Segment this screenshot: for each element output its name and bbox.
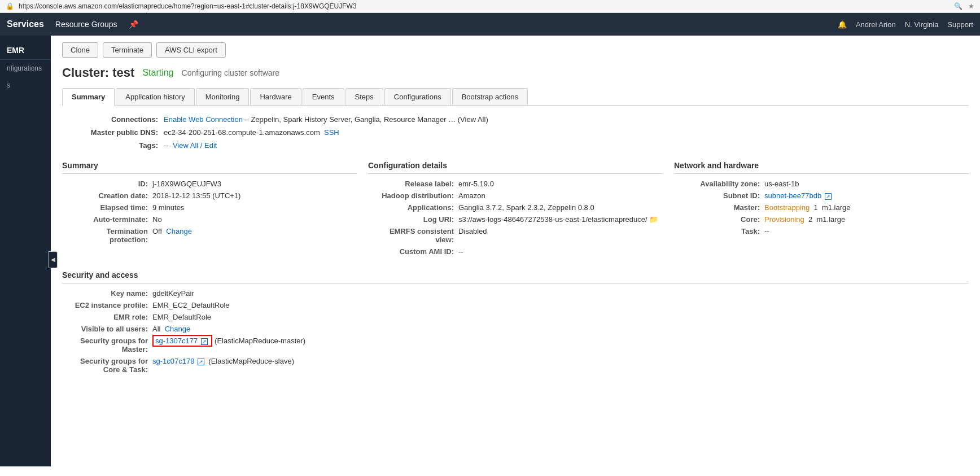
- sg-master-external-icon: ↗: [201, 338, 208, 345]
- task-hw-label: Task:: [674, 227, 764, 235]
- ssh-link[interactable]: SSH: [324, 128, 339, 137]
- termination-change-link[interactable]: Change: [166, 227, 192, 235]
- emr-role-value: EMR_DefaultRole: [152, 313, 211, 321]
- cluster-name-prefix: Cluster: test: [62, 65, 134, 80]
- hadoop-value: Amazon: [458, 191, 485, 200]
- tab-bootstrap-actions[interactable]: Bootstrap actions: [452, 88, 528, 105]
- ec2-label: EC2 instance profile:: [62, 301, 152, 309]
- log-label: Log URI:: [368, 215, 458, 224]
- termination-value: Off Change: [152, 227, 192, 244]
- hadoop-label: Hadoop distribution:: [368, 191, 458, 200]
- subnet-link[interactable]: subnet-bee77bdb: [764, 191, 821, 200]
- sg-core-link[interactable]: sg-1c07c178: [152, 357, 194, 365]
- id-row: ID: j-18X9WGQEUJFW3: [62, 180, 357, 188]
- tab-application-history[interactable]: Application history: [116, 88, 195, 105]
- elapsed-label: Elapsed time:: [62, 203, 152, 212]
- ec2-value: EMR_EC2_DefaultRole: [152, 301, 230, 309]
- sg-master-label: Security groups for Master:: [62, 337, 152, 353]
- sidebar-collapse-button[interactable]: ◀: [49, 251, 58, 268]
- tags-row: Tags: -- View All / Edit: [62, 141, 969, 150]
- support-menu[interactable]: Support: [947, 20, 973, 29]
- aws-cli-button[interactable]: AWS CLI export: [156, 42, 226, 58]
- cluster-status-desc: Configuring cluster software: [182, 68, 280, 77]
- summary-column: Summary ID: j-18X9WGQEUJFW3 Creation dat…: [62, 161, 357, 259]
- emr-role-row: EMR role: EMR_DefaultRole: [62, 313, 969, 321]
- enable-web-connection-link[interactable]: Enable Web Connection: [164, 115, 243, 124]
- auto-terminate-label: Auto-terminate:: [62, 215, 152, 224]
- elapsed-value: 9 minutes: [152, 203, 184, 212]
- user-name[interactable]: Andrei Arion: [856, 20, 896, 29]
- custom-ami-value: --: [458, 247, 463, 256]
- core-hw-row: Core: Provisioning 2 m1.large: [674, 215, 969, 224]
- bookmark-icon[interactable]: ★: [968, 2, 974, 10]
- elapsed-row: Elapsed time: 9 minutes: [62, 203, 357, 212]
- core-hw-label: Core:: [674, 215, 764, 224]
- top-bar: Services Resource Groups 📌 🔔 Andrei Ario…: [0, 13, 980, 36]
- sg-core-label: Security groups for Core & Task:: [62, 357, 152, 374]
- config-column: Configuration details Release label: emr…: [368, 161, 663, 259]
- tab-hardware[interactable]: Hardware: [250, 88, 301, 105]
- az-row: Availability zone: us-east-1b: [674, 180, 969, 188]
- toolbar: Clone Terminate AWS CLI export: [62, 42, 969, 58]
- main-content: Clone Terminate AWS CLI export Cluster: …: [51, 36, 980, 466]
- sg-core-external-icon: ↗: [198, 359, 204, 365]
- apps-value: Ganglia 3.7.2, Spark 2.3.2, Zeppelin 0.8…: [458, 203, 594, 212]
- emrfs-value: Disabled: [458, 227, 487, 244]
- config-col-header: Configuration details: [368, 161, 663, 174]
- release-row: Release label: emr-5.19.0: [368, 180, 663, 188]
- sg-master-value: sg-1307c177 ↗ (ElasticMapReduce-master): [152, 337, 305, 353]
- tab-monitoring[interactable]: Monitoring: [196, 88, 250, 105]
- connections-rest: – Zeppelin, Spark History Server, Gangli…: [245, 115, 488, 124]
- key-row: Key name: gdeltKeyPair: [62, 289, 969, 298]
- sidebar-item-configurations[interactable]: nfigurations: [0, 60, 51, 77]
- tab-summary[interactable]: Summary: [62, 88, 115, 106]
- creation-label: Creation date:: [62, 191, 152, 200]
- auto-terminate-row: Auto-terminate: No: [62, 215, 357, 224]
- ec2-row: EC2 instance profile: EMR_EC2_DefaultRol…: [62, 301, 969, 309]
- region-selector[interactable]: N. Virginia: [905, 20, 939, 29]
- emrfs-label: EMRFS consistent view:: [368, 227, 458, 244]
- bell-icon[interactable]: 🔔: [838, 20, 847, 29]
- connections-value: Enable Web Connection – Zeppelin, Spark …: [164, 115, 488, 124]
- master-dns-row: Master public DNS: ec2-34-200-251-68.com…: [62, 128, 969, 137]
- visible-row: Visible to all users: All Change: [62, 325, 969, 333]
- network-col-header: Network and hardware: [674, 161, 969, 174]
- view-all-edit-link[interactable]: View All / Edit: [173, 141, 217, 150]
- terminate-button[interactable]: Terminate: [103, 42, 152, 58]
- release-label: Release label:: [368, 180, 458, 188]
- folder-icon: 📁: [649, 215, 658, 224]
- apps-label: Applications:: [368, 203, 458, 212]
- subnet-label: Subnet ID:: [674, 191, 764, 200]
- resource-groups-menu[interactable]: Resource Groups: [55, 20, 117, 29]
- apps-row: Applications: Ganglia 3.7.2, Spark 2.3.2…: [368, 203, 663, 212]
- three-cols: Summary ID: j-18X9WGQEUJFW3 Creation dat…: [62, 161, 969, 259]
- termination-label: Termination protection:: [62, 227, 152, 244]
- master-hw-value: Bootstrapping 1 m1.large: [764, 203, 851, 212]
- sg-master-link[interactable]: sg-1307c177: [155, 337, 198, 345]
- visible-value: All Change: [152, 325, 190, 333]
- clone-button[interactable]: Clone: [62, 42, 98, 58]
- tab-events[interactable]: Events: [303, 88, 344, 105]
- services-menu[interactable]: Services: [7, 19, 44, 29]
- visible-change-link[interactable]: Change: [165, 325, 191, 333]
- search-icon[interactable]: 🔍: [954, 2, 963, 10]
- core-status: Provisioning: [764, 215, 804, 224]
- tab-steps[interactable]: Steps: [345, 88, 383, 105]
- task-hw-value: --: [764, 227, 769, 235]
- log-value: s3://aws-logs-486467272538-us-east-1/ela…: [458, 215, 658, 224]
- sg-master-row: Security groups for Master: sg-1307c177 …: [62, 337, 969, 353]
- sidebar-item-s[interactable]: s: [0, 77, 51, 94]
- creation-value: 2018-12-12 13:55 (UTC+1): [152, 191, 240, 200]
- subnet-row: Subnet ID: subnet-bee77bdb ↗: [674, 191, 969, 200]
- tab-configurations[interactable]: Configurations: [384, 88, 451, 105]
- id-value: j-18X9WGQEUJFW3: [152, 180, 221, 188]
- key-label: Key name:: [62, 289, 152, 298]
- pin-icon[interactable]: 📌: [129, 20, 138, 29]
- summary-col-header: Summary: [62, 161, 357, 174]
- connections-row: Connections: Enable Web Connection – Zep…: [62, 115, 969, 124]
- task-hw-row: Task: --: [674, 227, 969, 235]
- master-dns-value: ec2-34-200-251-68.compute-1.amazonaws.co…: [164, 128, 339, 137]
- master-dns-label: Master public DNS:: [62, 128, 164, 137]
- sg-core-value: sg-1c07c178 ↗ (ElasticMapReduce-slave): [152, 357, 294, 374]
- main-layout: EMR nfigurations s ◀ Clone Terminate AWS…: [0, 36, 980, 466]
